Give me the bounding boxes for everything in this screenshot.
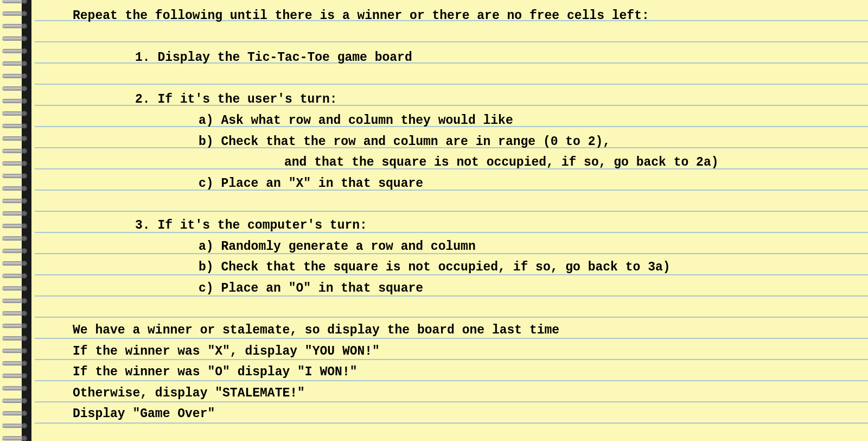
spiral-ring [2,334,28,343]
spiral-ring [2,346,28,355]
spiral-ring [2,322,28,330]
spiral-ring [2,259,28,268]
spiral-ring [2,247,28,255]
notebook-page: Repeat the following until there is a wi… [0,0,868,441]
code-line: and that the square is not occupied, if … [73,152,868,173]
spiral-ring [2,47,28,55]
code-line [73,299,868,320]
spiral-ring [2,434,28,441]
code-line: 3. If it's the computer's turn: [73,215,868,236]
spiral-ring [2,109,28,118]
spiral-ring [2,234,28,243]
spiral-binding [0,0,35,441]
code-line: a) Ask what row and column they would li… [73,110,868,131]
code-line [73,194,868,215]
spiral-ring [2,97,28,105]
spiral-ring [2,172,28,180]
spiral-ring [2,421,28,430]
spiral-ring [2,122,28,130]
code-line: Repeat the following until there is a wi… [73,5,868,27]
spiral-ring [2,159,28,168]
spiral-ring [2,84,28,93]
code-line: Display "Game Over" [73,404,868,425]
spiral-ring [2,384,28,393]
code-line: a) Randomly generate a row and column [73,236,868,257]
code-line: c) Place an "X" in that square [73,173,868,194]
code-line: 2. If it's the user's turn: [73,89,868,110]
spiral-ring [2,72,28,80]
code-line: We have a winner or stalemate, so displa… [73,320,868,341]
code-line: c) Place an "O" in that square [73,278,868,299]
spiral-ring [2,22,28,30]
spiral-ring [2,309,28,318]
code-line: If the winner was "O" display "I WON!" [73,362,868,383]
code-line: If the winner was "X", display "YOU WON!… [73,341,868,362]
code-line [73,27,868,48]
spiral-ring [2,359,28,368]
spiral-ring [2,9,28,18]
spiral-ring [2,184,28,193]
code-line: 1. Display the Tic-Tac-Toe game board [73,47,868,68]
code-line: b) Check that the row and column are in … [73,131,868,153]
code-line [73,68,868,90]
spiral-ring [2,0,28,5]
spiral-ring [2,134,28,143]
spiral-ring [2,297,28,305]
spiral-ring [2,272,28,280]
code-line: Otherwise, display "STALEMATE!" [73,383,868,404]
spiral-ring [2,222,28,230]
spiral-ring [2,371,28,380]
pseudocode-content: Repeat the following until there is a wi… [35,0,868,425]
spiral-ring [2,59,28,68]
spiral-ring [2,197,28,205]
spiral-ring [2,34,28,43]
spiral-ring [2,409,28,418]
spiral-ring [2,147,28,155]
code-line: b) Check that the square is not occupied… [73,257,868,278]
spiral-ring [2,396,28,405]
spiral-ring [2,284,28,293]
spiral-ring [2,209,28,218]
